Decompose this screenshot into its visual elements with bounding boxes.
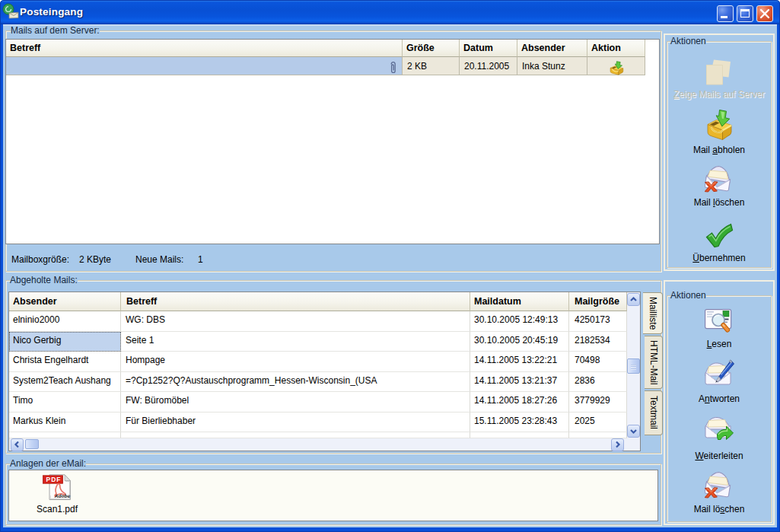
svg-text:PDF: PDF — [46, 476, 62, 483]
svg-text:Adobe: Adobe — [54, 494, 71, 499]
